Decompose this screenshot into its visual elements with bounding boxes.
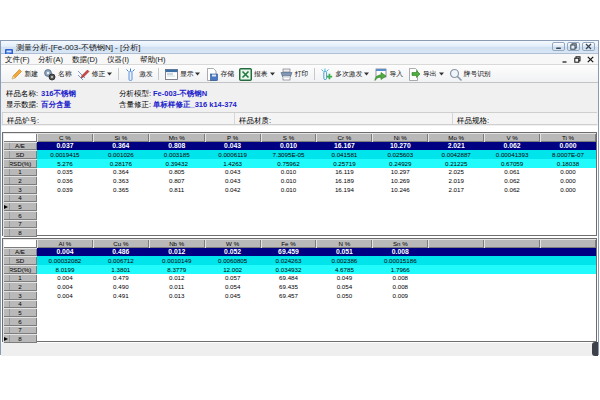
grid-cell[interactable]: 0.054 (316, 282, 372, 291)
grid-cell[interactable] (540, 202, 596, 211)
grid-cell[interactable]: 0.363 (93, 176, 149, 185)
grid-cell[interactable] (149, 202, 205, 211)
grid-cell[interactable] (205, 300, 261, 309)
toolbar-button-gears[interactable]: 名称 (41, 66, 75, 82)
column-header[interactable] (540, 239, 596, 248)
grid-cell[interactable] (484, 274, 540, 283)
grid-cell[interactable] (484, 317, 540, 326)
grid-cell[interactable] (149, 300, 205, 309)
grid-cell[interactable] (372, 202, 428, 211)
grid-cell[interactable]: 0.035 (37, 168, 93, 177)
grid-cell[interactable]: 0.012 (149, 274, 205, 283)
grid-cell[interactable] (372, 308, 428, 317)
toolbar-button-new-pencil[interactable]: 新建 (7, 66, 41, 82)
grid-cell[interactable]: 0.00032082 (37, 256, 93, 265)
grid-cell[interactable] (316, 202, 372, 211)
column-header[interactable]: Cr % (316, 133, 372, 142)
grid-cell[interactable] (428, 308, 484, 317)
grid-cell[interactable] (37, 326, 93, 335)
grid-cell[interactable]: 16.167 (316, 142, 372, 151)
grid-cell[interactable]: 0.009 (372, 291, 428, 300)
grid-cell[interactable] (205, 220, 261, 229)
column-header[interactable]: N % (316, 239, 372, 248)
grid-cell[interactable]: 4.6785 (316, 265, 372, 274)
column-header[interactable] (428, 239, 484, 248)
column-header[interactable]: S % (261, 133, 317, 142)
grid-cell[interactable]: 0.000 (540, 176, 596, 185)
grid-cell[interactable] (484, 300, 540, 309)
grid-cell[interactable]: 0.811 (149, 185, 205, 194)
column-header[interactable] (484, 239, 540, 248)
grid-cell[interactable] (484, 194, 540, 203)
row-header[interactable]: 5 (3, 308, 37, 317)
grid-cell[interactable] (316, 308, 372, 317)
grid-cell[interactable]: 0.052 (205, 248, 261, 257)
menu-analysis[interactable]: 分析(A) (38, 55, 63, 64)
grid-cell[interactable]: 0.062 (484, 185, 540, 194)
grid-cell[interactable] (372, 317, 428, 326)
grid-cell[interactable]: 16.194 (316, 185, 372, 194)
grid-cell[interactable] (540, 282, 596, 291)
grid-cell[interactable]: 0.010 (261, 168, 317, 177)
grid-cell[interactable]: 0.010 (261, 185, 317, 194)
grid-cell[interactable]: 0.75962 (261, 159, 317, 168)
grid-cell[interactable] (372, 211, 428, 220)
grid-cell[interactable] (484, 202, 540, 211)
grid-cell[interactable]: 1.4263 (205, 159, 261, 168)
row-header[interactable]: 6 (3, 211, 37, 220)
grid-cell[interactable] (484, 291, 540, 300)
grid-cell[interactable] (484, 308, 540, 317)
grid-cell[interactable]: 69.435 (261, 282, 317, 291)
row-header[interactable]: 3 (3, 185, 37, 194)
grid-cell[interactable]: 0.008 (372, 274, 428, 283)
grid-cell[interactable]: 0.000 (540, 142, 596, 151)
display-data-value[interactable]: 百分含量 (41, 100, 71, 110)
grid-cell[interactable] (205, 308, 261, 317)
grid-cell[interactable]: 0.039 (37, 185, 93, 194)
grid-cell[interactable] (93, 194, 149, 203)
grid-cell[interactable] (372, 334, 428, 343)
column-header[interactable]: Mn % (149, 133, 205, 142)
grid-cell[interactable] (37, 202, 93, 211)
grid-cell[interactable]: 0.036 (37, 176, 93, 185)
toolbar-button-multi-spark[interactable]: 多次激发 (318, 66, 372, 82)
grid-cell[interactable] (540, 300, 596, 309)
grid-cell[interactable] (540, 334, 596, 343)
toolbar-button-printer[interactable]: 打印 (277, 66, 311, 82)
grid-cell[interactable] (428, 274, 484, 283)
row-header[interactable]: 6 (3, 317, 37, 326)
grid-cell[interactable] (149, 194, 205, 203)
grid-cell[interactable]: 0.18038 (540, 159, 596, 168)
grid-cell[interactable] (428, 334, 484, 343)
grid-cell[interactable] (261, 308, 317, 317)
grid-cell[interactable]: 2.019 (428, 176, 484, 185)
grid-cell[interactable]: 1.3801 (93, 265, 149, 274)
toolbar-button-magnifier[interactable]: 牌号识别 (446, 66, 493, 82)
column-header[interactable]: Nb % (149, 239, 205, 248)
row-header[interactable]: A/E (3, 248, 37, 257)
grid-cell[interactable]: 0.043 (205, 142, 261, 151)
grid-cell[interactable] (149, 211, 205, 220)
grid-cell[interactable] (540, 326, 596, 335)
grid-cell[interactable] (37, 334, 93, 343)
grid-cell[interactable]: 0.006712 (93, 256, 149, 265)
grid-cell[interactable] (93, 334, 149, 343)
grid-cell[interactable] (372, 194, 428, 203)
grid-cell[interactable]: 10.269 (372, 176, 428, 185)
grid-cell[interactable] (37, 220, 93, 229)
toolbar-button-display-window[interactable]: 显示 (162, 66, 203, 82)
grid-cell[interactable] (428, 194, 484, 203)
grid-cell[interactable] (484, 228, 540, 237)
grid-cell[interactable] (316, 317, 372, 326)
column-header[interactable]: Ti % (540, 133, 596, 142)
column-header[interactable]: Al % (37, 239, 93, 248)
close-button[interactable] (582, 42, 595, 51)
menu-help[interactable]: 帮助(H) (140, 55, 165, 64)
grid-cell[interactable] (428, 256, 484, 265)
row-header[interactable]: RSD(%) (3, 159, 37, 168)
grid-cell[interactable]: 10.246 (372, 185, 428, 194)
grid-cell[interactable]: 8.3779 (149, 265, 205, 274)
grid-cell[interactable]: 0.008 (372, 248, 428, 257)
grid-cell[interactable] (93, 211, 149, 220)
analysis-model-value[interactable]: Fe-003-不锈钢N (153, 89, 207, 99)
